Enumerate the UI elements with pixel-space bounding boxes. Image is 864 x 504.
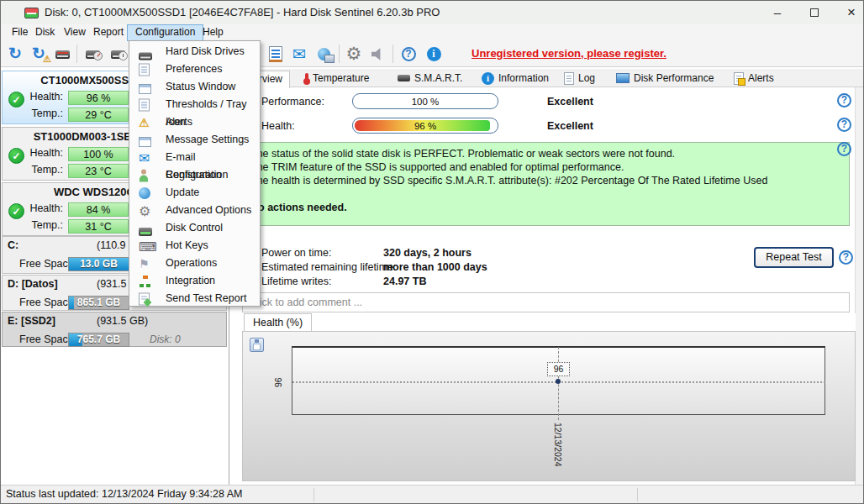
sound-button[interactable]	[367, 44, 389, 65]
settings-button[interactable]: ⚙	[343, 44, 365, 65]
remaining-lifetime-label: Estimated remaining lifetime:	[261, 261, 396, 273]
free-space-bar: 765.7 GB	[68, 333, 129, 347]
person-icon	[139, 169, 149, 181]
health-label: Health:	[261, 120, 295, 132]
menu-item-send-test-report[interactable]: Send Test Report	[131, 290, 258, 307]
speaker-icon	[371, 48, 385, 60]
reanalyse-button[interactable]: ↻⚠	[28, 44, 50, 65]
tab-log[interactable]: Log	[557, 71, 602, 87]
tab-disk-performance[interactable]: Disk Performance	[609, 71, 720, 87]
remaining-lifetime-value: more than 1000 days	[383, 261, 487, 273]
tab-smart[interactable]: S.M.A.R.T.	[391, 71, 469, 87]
maximize-button[interactable]	[796, 1, 833, 24]
title-bar: Disk: 0, CT1000MX500SSD1 [2046E4C7FA8E] …	[1, 1, 863, 24]
network-globe-icon	[318, 48, 330, 60]
repeat-test-help-button[interactable]	[839, 250, 853, 265]
menu-item-label: Advanced Options	[166, 202, 251, 219]
status-bar: Status last updated: 12/13/2024 Friday 9…	[1, 485, 863, 503]
performance-help-button[interactable]	[837, 93, 851, 108]
unregistered-notice-link[interactable]: Unregistered version, please register.	[472, 47, 666, 60]
detect-disks-button[interactable]	[51, 44, 73, 65]
data-point-marker	[556, 379, 561, 384]
chart-tab-health[interactable]: Health (%)	[244, 313, 312, 331]
app-icon	[24, 8, 39, 18]
integration-nodes-icon	[139, 276, 151, 287]
disk-schedule-button[interactable]	[107, 44, 129, 65]
refresh-button[interactable]: ↻	[4, 44, 26, 65]
temp-value: 31 °C	[68, 219, 129, 234]
close-button[interactable]: ×	[833, 1, 864, 24]
repeat-test-button[interactable]: Repeat Test	[754, 247, 834, 268]
partition-item-e[interactable]: E: [SSD2] (931.5 GB) Free Space 765.7 GB…	[2, 312, 227, 347]
message-window-icon	[139, 137, 151, 147]
menu-help[interactable]: Help	[195, 24, 231, 41]
report-button[interactable]	[265, 44, 287, 65]
maximize-icon	[810, 8, 819, 17]
y-axis-tick: 96	[273, 374, 283, 387]
alert-document-icon	[734, 72, 744, 85]
health-help-button[interactable]	[837, 118, 851, 132]
health-value: 96 %	[68, 91, 129, 105]
menu-item-hot-keys[interactable]: ⌨Hot Keys	[131, 237, 258, 255]
menu-item-label: Update	[166, 184, 199, 202]
disk-icon	[398, 75, 410, 81]
health-value: 100 %	[68, 147, 129, 161]
disk-number-note: Disk: 0	[150, 333, 181, 345]
status-help-button[interactable]	[837, 142, 851, 156]
tab-label: Alerts	[748, 72, 774, 84]
menu-item-advanced-options[interactable]: ⚙Advanced Options	[131, 202, 258, 219]
help-button[interactable]	[398, 44, 419, 65]
health-label: Health:	[3, 147, 63, 159]
health-label: Health:	[3, 91, 63, 102]
question-circle-icon	[837, 118, 851, 132]
window-title: Disk: 0, CT1000MX500SSD1 [2046E4C7FA8E] …	[45, 6, 440, 18]
power-on-time-value: 320 days, 2 hours	[383, 247, 472, 259]
performance-value: 100 %	[353, 94, 498, 108]
tab-information[interactable]: Information	[475, 71, 556, 87]
test-report-icon	[139, 292, 150, 305]
disk-icon	[86, 50, 100, 59]
menu-item-thresholds-tray-icon[interactable]: Thresholds / Tray Icon	[131, 96, 258, 113]
toolbar-separator	[339, 45, 340, 63]
menu-item-update[interactable]: Update	[131, 184, 258, 202]
vertical-scrollbar[interactable]	[855, 87, 863, 485]
menu-item-label: Alerts	[166, 113, 192, 131]
free-space-label: Free Space	[19, 258, 74, 270]
tab-alerts[interactable]: Alerts	[727, 71, 781, 87]
menu-item-integration[interactable]: Integration	[131, 272, 258, 290]
comment-input[interactable]	[242, 292, 850, 312]
statusbar-separator	[637, 488, 638, 501]
about-button[interactable]	[423, 44, 445, 65]
menu-item-operations[interactable]: ⚑Operations	[131, 255, 258, 272]
free-space-value: 865.1 GB	[69, 297, 129, 309]
minimize-button[interactable]: –	[759, 1, 796, 24]
status-text: Status last updated: 12/13/2024 Friday 9…	[6, 488, 242, 500]
email-button[interactable]: ✉	[288, 44, 310, 65]
partition-label: C:	[8, 239, 18, 251]
menu-item-email-configuration[interactable]: ✉E-mail Configuration	[131, 149, 258, 166]
disk-control-icon	[139, 228, 152, 236]
tab-temperature[interactable]: Temperature	[297, 71, 376, 87]
warning-overlay-icon: ⚠	[43, 54, 51, 65]
menu-configuration[interactable]: Configuration	[127, 24, 203, 41]
menu-item-disk-control[interactable]: Disk Control	[131, 219, 258, 237]
menu-item-preferences[interactable]: Preferences	[131, 60, 258, 78]
temp-value: 23 °C	[68, 164, 129, 178]
menu-item-message-settings[interactable]: Message Settings	[131, 131, 258, 149]
menu-report[interactable]: Report	[86, 24, 131, 41]
save-chart-button[interactable]	[250, 338, 264, 352]
menu-item-hard-disk-drives[interactable]: Hard Disk Drives	[131, 43, 258, 60]
disk-test-button[interactable]	[82, 44, 103, 65]
menu-item-label: Hard Disk Drives	[166, 43, 245, 60]
toolbar-separator	[392, 45, 393, 63]
disk-name: CT1000MX500SSD1	[40, 74, 142, 87]
refresh-icon: ↻	[8, 45, 22, 62]
menu-item-status-window[interactable]: Status Window	[131, 78, 258, 96]
menu-item-alerts[interactable]: ⚠Alerts	[131, 113, 258, 131]
x-axis-tick: 12/13/2024	[553, 423, 563, 467]
temp-label: Temp.:	[3, 108, 63, 119]
performance-gauge: 100 %	[352, 93, 498, 109]
menu-item-registration[interactable]: Registration	[131, 166, 258, 184]
performance-rating: Excellent	[547, 96, 593, 108]
network-button[interactable]	[313, 44, 335, 65]
